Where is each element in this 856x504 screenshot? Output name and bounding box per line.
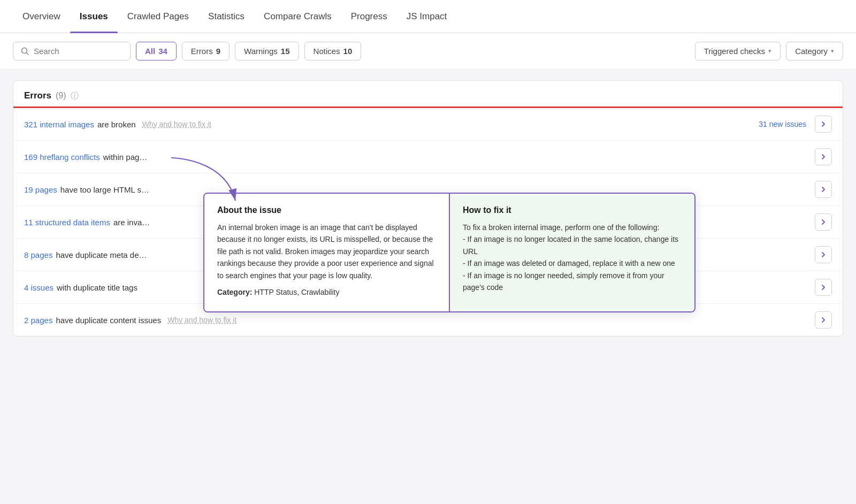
errors-count: (9)	[56, 91, 66, 101]
issue-row-right: 31 new issues	[759, 116, 832, 133]
svg-line-1	[27, 52, 29, 55]
issue-row-right-2	[815, 148, 832, 165]
tooltip-about-text: An internal broken image is an image tha…	[217, 222, 436, 281]
chevron-right-icon	[820, 186, 827, 193]
chevron-right-icon	[820, 251, 827, 258]
filter-warnings-count: 15	[281, 47, 290, 56]
filter-warnings-label: Warnings	[244, 47, 278, 56]
triggered-checks-button[interactable]: Triggered checks ▾	[695, 42, 781, 60]
filter-all-button[interactable]: All 34	[136, 42, 177, 60]
tooltip-fix-text: To fix a broken internal image, perform …	[463, 222, 682, 293]
issue-row-right-4	[815, 213, 832, 231]
errors-title: Errors	[24, 90, 51, 101]
nav-tab-js-impact[interactable]: JS Impact	[397, 1, 457, 33]
issue-text-title-tags: with duplicate title tags	[57, 283, 137, 292]
tooltip-popup: About the issue An internal broken image…	[203, 193, 696, 312]
expand-arrow-button-3[interactable]	[815, 181, 832, 198]
filter-errors-button[interactable]: Errors 9	[182, 42, 230, 60]
issue-row-right-6	[815, 279, 832, 296]
issue-text-duplicate-content: have duplicate content issues	[56, 316, 161, 325]
errors-section-header: Errors (9) ⓘ	[13, 81, 843, 106]
expand-arrow-button-7[interactable]	[815, 311, 832, 329]
nav-tab-issues[interactable]: Issues	[70, 1, 118, 33]
expand-arrow-button-2[interactable]	[815, 148, 832, 165]
toolbar: All 34 Errors 9 Warnings 15 Notices 10 T…	[0, 33, 856, 70]
tooltip-category-label: Category:	[217, 288, 252, 296]
issue-text-html-size: have too large HTML s…	[60, 185, 149, 194]
issue-row-right-3	[815, 181, 832, 198]
issue-text-meta-desc: have duplicate meta de…	[56, 250, 147, 259]
why-fix-link-broken-images[interactable]: Why and how to fix it	[142, 120, 211, 128]
filter-all-count: 34	[158, 47, 167, 56]
issue-link-meta-desc[interactable]: 8 pages	[24, 250, 52, 259]
issue-row: 321 internal images are broken Why and h…	[13, 108, 843, 141]
category-button[interactable]: Category ▾	[786, 42, 843, 60]
issue-link-hreflang[interactable]: 169 hreflang conflicts	[24, 152, 100, 162]
issue-text-structured-data: are inva…	[113, 218, 150, 227]
search-input[interactable]	[34, 47, 123, 56]
triggered-checks-label: Triggered checks	[704, 47, 766, 56]
chevron-right-icon	[820, 284, 827, 291]
issue-link-html-size[interactable]: 19 pages	[24, 185, 57, 194]
filter-notices-count: 10	[343, 47, 353, 56]
search-icon	[21, 47, 29, 56]
issue-row-right-7	[815, 311, 832, 329]
filter-errors-label: Errors	[191, 47, 213, 56]
tooltip-category: Category: HTTP Status, Crawlability	[217, 288, 436, 296]
tooltip-about-section: About the issue An internal broken image…	[204, 194, 449, 311]
nav-tab-statistics[interactable]: Statistics	[198, 1, 254, 33]
nav-tab-compare-crawls[interactable]: Compare Crawls	[254, 1, 341, 33]
chevron-right-icon	[820, 218, 827, 226]
main-content: Errors (9) ⓘ 321 internal images are bro…	[0, 70, 856, 347]
category-label: Category	[795, 47, 828, 56]
chevron-right-icon	[820, 153, 827, 161]
issue-link-title-tags[interactable]: 4 issues	[24, 283, 54, 292]
nav-tab-crawled-pages[interactable]: Crawled Pages	[118, 1, 198, 33]
expand-arrow-button-6[interactable]	[815, 279, 832, 296]
issue-link-structured-data[interactable]: 11 structured data items	[24, 218, 110, 227]
tooltip-fix-title: How to fix it	[463, 205, 682, 215]
filter-warnings-button[interactable]: Warnings 15	[235, 42, 299, 60]
issue-row: 169 hreflang conflicts within pag…	[13, 141, 843, 173]
why-fix-link-duplicate-content[interactable]: Why and how to fix it	[167, 316, 236, 324]
filter-errors-count: 9	[216, 47, 220, 56]
issue-text-broken-images: are broken	[97, 120, 136, 129]
new-issues-link[interactable]: 31 new issues	[759, 120, 806, 128]
expand-arrow-button-5[interactable]	[815, 246, 832, 263]
issue-text-hreflang: within pag…	[103, 152, 148, 162]
chevron-right-icon	[820, 120, 827, 128]
expand-arrow-button[interactable]	[815, 116, 832, 133]
issue-row-right-5	[815, 246, 832, 263]
expand-arrow-button-4[interactable]	[815, 213, 832, 231]
filter-notices-button[interactable]: Notices 10	[304, 42, 362, 60]
triggered-checks-chevron-icon: ▾	[768, 48, 771, 55]
issue-link-broken-images[interactable]: 321 internal images	[24, 120, 94, 129]
filter-all-label: All	[145, 47, 155, 56]
tooltip-about-title: About the issue	[217, 205, 436, 215]
nav-tab-progress[interactable]: Progress	[341, 1, 397, 33]
tooltip-category-value-text: HTTP Status, Crawlability	[254, 288, 339, 296]
chevron-right-icon	[820, 316, 827, 324]
category-chevron-icon: ▾	[831, 48, 834, 55]
errors-info-icon[interactable]: ⓘ	[71, 91, 79, 101]
tooltip-fix-section: How to fix it To fix a broken internal i…	[449, 194, 694, 311]
issue-link-duplicate-content[interactable]: 2 pages	[24, 316, 52, 325]
nav-bar: Overview Issues Crawled Pages Statistics…	[0, 0, 856, 33]
search-box[interactable]	[13, 42, 131, 60]
nav-tab-overview[interactable]: Overview	[13, 1, 70, 33]
filter-notices-label: Notices	[314, 47, 340, 56]
